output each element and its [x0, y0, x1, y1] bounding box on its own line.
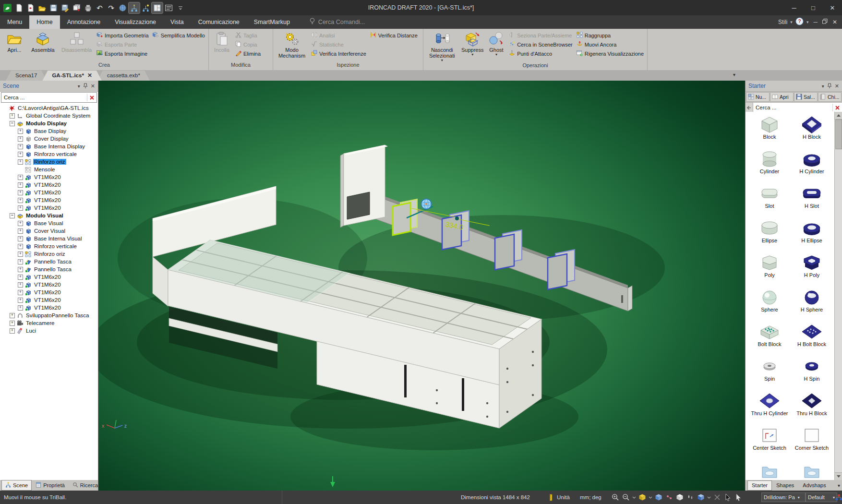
tree-item[interactable]: +VT1M6x20 [0, 296, 98, 304]
cursor-white-icon[interactable] [734, 493, 743, 501]
doc-tab-ga-stl[interactable]: GA-STL.ics* ✕ [42, 71, 102, 81]
tab-annotazione[interactable]: Annotazione [60, 15, 108, 29]
catalog-item-center-sketch[interactable]: Center Sketch [748, 426, 791, 460]
tree-item[interactable]: +VT1M6x20 [0, 273, 98, 281]
tree-item[interactable]: +VT1M6x20 [0, 304, 98, 312]
tree-item[interactable]: +Base Display [0, 127, 98, 135]
scene-search-input[interactable]: Cerca ... [1, 92, 97, 103]
render-style-dropdown[interactable]: Default▾ [806, 492, 837, 502]
tab-smartmarkup[interactable]: SmartMarkup [247, 15, 297, 29]
tree-item[interactable]: +VT1M6x20 [0, 288, 98, 296]
nascondi-selezionati-button[interactable]: Nascondi Selezionati▾ [425, 30, 459, 62]
ghost-button[interactable]: Ghost▾ [486, 30, 507, 62]
tab-home[interactable]: Home [29, 15, 60, 29]
tree-item[interactable]: +Base Interna Visual [0, 235, 98, 242]
catalog-item-h-ellipse[interactable]: H Ellipse [791, 218, 833, 253]
tab-comunicazione[interactable]: Comunicazione [191, 15, 247, 29]
expand-icon[interactable]: + [18, 136, 23, 142]
expand-icon[interactable]: + [18, 190, 23, 195]
tree-item[interactable]: +SviluppatoPannello Tasca [0, 312, 98, 319]
new-markup-icon[interactable] [25, 2, 36, 13]
tree-item[interactable]: +Base Visual [0, 219, 98, 227]
close-tab-icon[interactable]: ✕ [87, 71, 92, 81]
tab-scene[interactable]: Scene [1, 480, 32, 491]
catalog-item-block[interactable]: Block [748, 115, 791, 149]
close-panel-icon[interactable]: ✕ [835, 83, 839, 89]
esporta-parte-button[interactable]: Esporta Parte [96, 41, 149, 48]
doc-close-button[interactable]: ✕ [830, 19, 839, 25]
cursor-black-icon[interactable] [723, 493, 733, 501]
catalog-new-button[interactable]: Nu... [746, 92, 770, 102]
tree-item[interactable]: −Modulo Visual [0, 212, 98, 219]
pin-icon[interactable] [83, 83, 88, 89]
expand-icon[interactable]: + [18, 129, 23, 134]
close-panel-icon[interactable]: ✕ [91, 83, 95, 89]
chevron-down-icon[interactable]: ▾ [822, 84, 824, 89]
catalog-item-h-cylinder[interactable]: H Cylinder [791, 149, 833, 184]
back-arrow-icon[interactable] [746, 103, 753, 112]
tree-item[interactable]: +Global Coordinate System [0, 112, 98, 120]
expand-icon[interactable]: + [10, 113, 15, 119]
scroll-up-icon[interactable] [835, 112, 842, 120]
anchor-points-icon[interactable] [664, 493, 674, 501]
expand-icon[interactable]: + [18, 290, 23, 295]
expand-icon[interactable]: + [18, 159, 23, 165]
dropdown-icon[interactable] [707, 493, 711, 501]
tree-item[interactable]: Mensole [0, 166, 98, 173]
tree-item[interactable]: +VT1M6x20 [0, 196, 98, 204]
punti-attacco-button[interactable]: Punti d'Attacco [509, 50, 573, 57]
drilldown-dropdown[interactable]: Drilldown: Pa▾ [761, 492, 806, 502]
taglia-button[interactable]: Taglia [235, 32, 261, 39]
close-button[interactable]: ✕ [823, 0, 842, 15]
tree-item[interactable]: +Pannello Tasca [0, 265, 98, 273]
expand-icon[interactable]: + [18, 144, 23, 149]
expand-icon[interactable]: + [18, 298, 23, 303]
tab-proprieta[interactable]: Proprietà [32, 480, 69, 491]
tab-shapes[interactable]: Shapes [772, 480, 798, 491]
window-layout-icon[interactable] [152, 2, 163, 13]
expand-icon[interactable]: + [18, 228, 23, 234]
importa-geometria-button[interactable]: Importa Geometria [96, 32, 149, 39]
collapse-icon[interactable]: − [10, 213, 15, 218]
catalog-tab-overflow-icon[interactable]: ▾ [838, 483, 840, 488]
expand-icon[interactable]: + [18, 152, 23, 157]
tab-starter[interactable]: Starter [747, 480, 772, 491]
tree-item[interactable]: +VT1M6x20 [0, 173, 98, 181]
tree-item[interactable]: +Rinforzo oriz [0, 158, 98, 166]
expand-icon[interactable]: + [18, 305, 23, 311]
new-scene-icon[interactable] [13, 2, 24, 13]
expand-icon[interactable]: + [18, 252, 23, 257]
tree-item[interactable]: +Rinforzo verticale [0, 242, 98, 250]
catalog-item-spin[interactable]: Spin [748, 357, 791, 391]
minimize-button[interactable]: ─ [784, 0, 804, 15]
styles-dropdown[interactable]: Stili [778, 19, 787, 25]
dropdown-icon[interactable] [632, 493, 637, 501]
save-as-icon[interactable] [60, 2, 71, 13]
tree-item[interactable]: C:\Lavoro\Antiga\GA-STL.ics [0, 104, 98, 112]
expand-icon[interactable]: + [18, 221, 23, 226]
white-cube-icon[interactable] [675, 493, 685, 501]
expand-icon[interactable]: + [18, 282, 23, 288]
app-logo-icon[interactable] [2, 2, 13, 13]
maximize-button[interactable]: □ [804, 0, 823, 15]
chevron-down-icon[interactable]: ▾ [790, 20, 793, 24]
units-value[interactable]: mm; deg [580, 491, 601, 504]
catalog-item-bolt-block[interactable]: Bolt Block [748, 322, 791, 357]
expand-icon[interactable]: + [18, 182, 23, 188]
tree-item[interactable]: +Cover Visual [0, 227, 98, 235]
catalog-close-button[interactable]: Chi... [818, 92, 842, 102]
analisi-button[interactable]: Analisi [311, 32, 366, 39]
catalog-item-folder[interactable] [791, 460, 833, 480]
deselect-icon[interactable] [712, 493, 722, 501]
suppress-button[interactable]: Suppress▾ [459, 30, 486, 62]
expand-icon[interactable]: + [18, 198, 23, 203]
zoom-fit-icon[interactable] [621, 493, 631, 501]
structure-tree-alt-icon[interactable] [140, 2, 151, 13]
copia-button[interactable]: Copia [235, 41, 261, 48]
list-view-icon[interactable] [163, 2, 174, 13]
open-icon[interactable] [36, 2, 48, 13]
pin-icon[interactable] [827, 83, 832, 89]
tree-item[interactable]: +Pannello Tasca [0, 258, 98, 265]
disassembla-button[interactable]: Disassembla [59, 30, 95, 62]
overflow-icon[interactable] [175, 2, 186, 13]
